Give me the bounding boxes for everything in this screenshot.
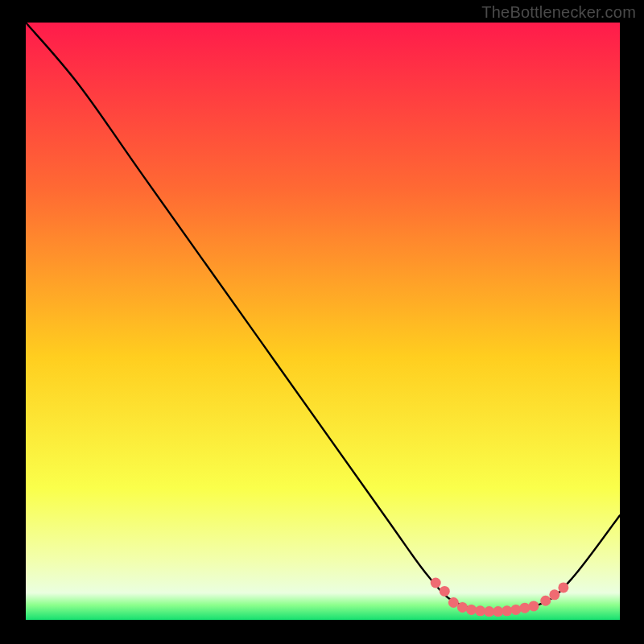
scatter-point xyxy=(528,601,539,611)
scatter-point xyxy=(558,582,568,592)
gradient-background xyxy=(26,23,620,620)
scatter-point xyxy=(519,603,530,613)
bottleneck-chart xyxy=(0,0,644,644)
scatter-point xyxy=(493,606,503,617)
scatter-point xyxy=(475,605,485,616)
scatter-point xyxy=(431,578,441,588)
scatter-point xyxy=(466,605,477,615)
scatter-point xyxy=(457,602,468,613)
scatter-point xyxy=(510,605,521,615)
scatter-point xyxy=(502,605,512,616)
scatter-point xyxy=(549,589,559,600)
scatter-point xyxy=(484,606,494,617)
scatter-point xyxy=(440,586,450,597)
scatter-point xyxy=(540,596,551,606)
scatter-point xyxy=(448,597,459,608)
chart-stage: TheBottlenecker.com xyxy=(0,0,644,644)
